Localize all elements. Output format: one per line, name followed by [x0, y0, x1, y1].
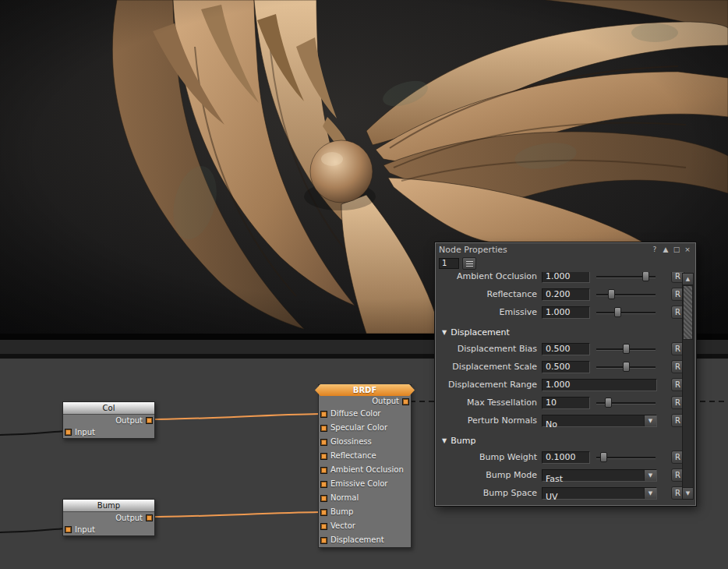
slider-handle[interactable] [608, 289, 615, 299]
scrollbar[interactable]: ▲ ▼ [682, 273, 694, 500]
output-port[interactable] [402, 398, 409, 405]
node-bump[interactable]: Bump Output Input [62, 499, 155, 536]
add-to-form-button[interactable] [462, 257, 476, 270]
input-port[interactable] [320, 523, 327, 530]
value-field[interactable]: 0.500 [542, 361, 590, 373]
slider-handle[interactable] [600, 452, 607, 462]
restore-icon[interactable]: □ [672, 245, 681, 254]
brdf-input-row[interactable]: Bump [319, 505, 411, 519]
brdf-input-row[interactable]: Vector [319, 519, 411, 533]
brdf-input-row[interactable]: Displacement [319, 533, 411, 547]
node-brdf[interactable]: BRDF Output Diffuse ColorSpecular ColorG… [318, 384, 412, 548]
property-row: Bump SpaceUV▼R [440, 484, 684, 501]
input-port[interactable] [320, 439, 327, 446]
brdf-input-row[interactable]: Specular Color [319, 421, 411, 435]
value-field[interactable]: 0.500 [542, 343, 590, 355]
input-port[interactable] [65, 429, 72, 436]
slider-handle[interactable] [614, 307, 621, 317]
node-output-row: Output [319, 396, 411, 407]
value-field[interactable]: 0.1000 [542, 451, 590, 464]
dropdown[interactable]: No▼ [542, 415, 657, 427]
section-header[interactable]: ▼Displacement [440, 321, 684, 340]
slider[interactable] [595, 272, 657, 284]
input-port[interactable] [320, 411, 327, 418]
panel-title: Node Properties [439, 245, 648, 255]
node-header[interactable]: BRDF [315, 384, 415, 396]
slider-handle[interactable] [642, 272, 649, 281]
section-collapse-icon[interactable]: ▼ [442, 329, 447, 336]
brdf-input-row[interactable]: Reflectance [319, 449, 411, 463]
brdf-input-label: Ambient Occlusion [330, 465, 404, 474]
slider-handle[interactable] [623, 362, 630, 372]
dropdown-value: No [542, 419, 557, 429]
property-label: Bump Mode [440, 470, 542, 480]
chevron-down-icon[interactable]: ▼ [644, 415, 656, 426]
value-field[interactable]: 0.200 [542, 288, 590, 301]
node-col[interactable]: Col Output Input [62, 401, 155, 439]
input-port[interactable] [320, 467, 327, 474]
property-label: Bump Space [440, 488, 542, 498]
input-port[interactable] [65, 526, 72, 533]
property-label: Emissive [440, 307, 542, 317]
brdf-input-row[interactable]: Ambient Occlusion [319, 463, 411, 477]
input-port[interactable] [320, 453, 327, 460]
close-icon[interactable]: × [683, 245, 692, 254]
output-label: Output [115, 416, 143, 425]
output-port[interactable] [146, 417, 153, 424]
section-collapse-icon[interactable]: ▼ [442, 437, 447, 444]
brdf-input-label: Specular Color [330, 423, 387, 432]
node-output-row: Output [63, 512, 154, 524]
panel-rows: Ambient Occlusion1.000RReflectance0.200R… [440, 272, 684, 501]
property-row: Reflectance0.200R [440, 285, 684, 303]
slider[interactable] [595, 396, 657, 410]
value-field[interactable]: 1.000 [542, 272, 590, 283]
output-port[interactable] [146, 514, 153, 521]
slider-handle[interactable] [605, 398, 612, 408]
value-field[interactable]: 1.000 [542, 379, 657, 391]
property-label: Max Tessellation [440, 398, 542, 408]
index-field[interactable]: 1 [439, 258, 459, 269]
input-port[interactable] [320, 495, 327, 502]
input-port[interactable] [320, 481, 327, 488]
dropdown[interactable]: UV▼ [542, 487, 657, 500]
slider[interactable] [595, 288, 657, 302]
scroll-up-icon[interactable]: ▲ [683, 274, 693, 285]
brdf-input-row[interactable]: Glossiness [319, 435, 411, 449]
help-icon[interactable]: ? [650, 245, 659, 254]
slider[interactable] [595, 360, 657, 374]
chevron-down-icon[interactable]: ▼ [644, 470, 656, 481]
node-properties-panel[interactable]: Node Properties ? ▲ □ × 1 Ambient Occlus… [435, 242, 696, 506]
slider-handle[interactable] [623, 344, 630, 354]
value-field[interactable]: 1.000 [542, 306, 590, 319]
input-label: Input [75, 525, 95, 534]
dropdown[interactable]: Fast▼ [542, 469, 657, 482]
brdf-input-row[interactable]: Normal [319, 491, 411, 505]
input-port[interactable] [320, 509, 327, 516]
slider[interactable] [595, 451, 657, 465]
rollup-icon[interactable]: ▲ [661, 245, 670, 254]
property-label: Displacement Scale [440, 362, 542, 372]
output-label: Output [372, 397, 399, 405]
output-label: Output [115, 514, 143, 522]
slider[interactable] [595, 342, 657, 356]
scroll-down-icon[interactable]: ▼ [683, 487, 693, 499]
slider[interactable] [595, 306, 657, 320]
panel-titlebar[interactable]: Node Properties ? ▲ □ × [436, 243, 695, 256]
panel-content: Ambient Occlusion1.000RReflectance0.200R… [440, 272, 684, 501]
input-port[interactable] [320, 425, 327, 432]
value-field[interactable]: 10 [542, 397, 590, 409]
input-port[interactable] [320, 537, 327, 544]
scrollbar-thumb[interactable] [683, 285, 693, 340]
property-row: Emissive1.000R [440, 303, 684, 321]
brdf-input-label: Bump [330, 507, 353, 516]
brdf-input-label: Glossiness [330, 437, 372, 446]
brdf-input-row[interactable]: Emissive Color [319, 477, 411, 491]
chevron-down-icon[interactable]: ▼ [644, 488, 656, 499]
property-label: Displacement Range [440, 380, 542, 390]
node-header[interactable]: Col [63, 402, 154, 415]
section-header[interactable]: ▼Bump [440, 429, 684, 448]
brdf-input-row[interactable]: Diffuse Color [319, 407, 411, 421]
input-label: Input [75, 428, 95, 436]
node-header[interactable]: Bump [63, 500, 154, 512]
property-label: Perturb Normals [440, 415, 542, 426]
